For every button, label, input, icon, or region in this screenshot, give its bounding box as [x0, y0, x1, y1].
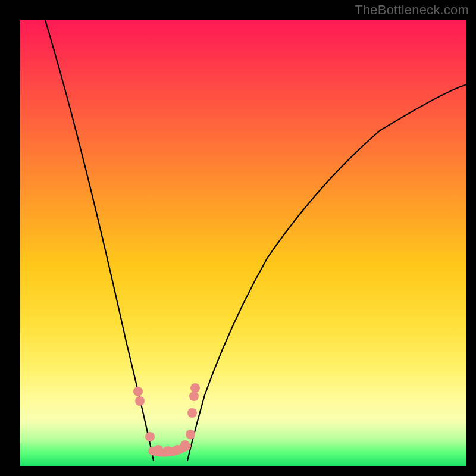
marker-dot	[180, 440, 190, 450]
marker-dot	[145, 432, 155, 441]
right-curve	[187, 84, 466, 461]
plot-area	[20, 20, 466, 466]
outer-frame: TheBottleneck.com	[0, 0, 476, 476]
marker-dot	[189, 392, 199, 401]
marker-dot	[135, 396, 145, 406]
marker-dot	[133, 387, 143, 396]
watermark-text: TheBottleneck.com	[355, 2, 469, 18]
marker-dot	[190, 383, 200, 393]
marker-dot	[187, 408, 197, 418]
marker-dot	[163, 446, 173, 456]
chart-svg	[20, 20, 466, 466]
marker-dot	[154, 445, 163, 455]
marker-dot	[186, 430, 195, 439]
